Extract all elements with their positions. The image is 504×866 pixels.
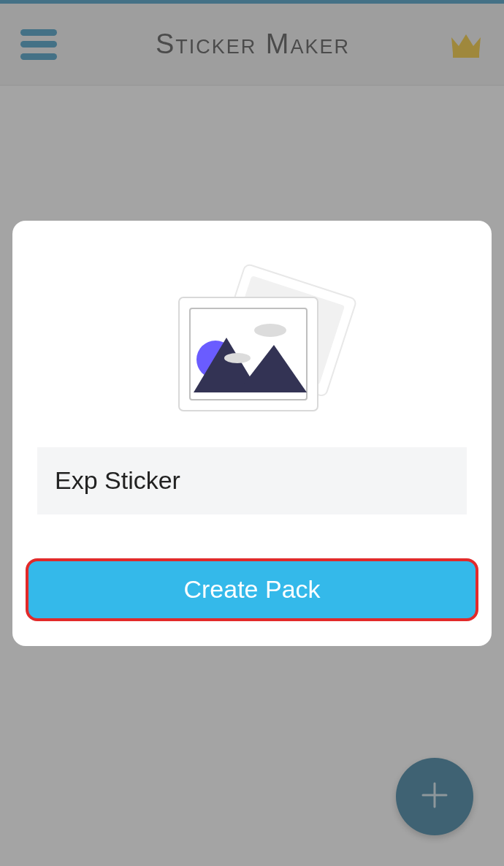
create-pack-button[interactable]: Create Pack <box>26 558 478 621</box>
image-stack-icon <box>37 243 467 425</box>
modal-overlay[interactable]: Create Pack <box>0 0 504 866</box>
svg-point-10 <box>224 353 251 363</box>
pack-name-input[interactable] <box>37 447 467 514</box>
create-pack-modal: Create Pack <box>12 221 492 646</box>
svg-point-9 <box>254 324 286 337</box>
